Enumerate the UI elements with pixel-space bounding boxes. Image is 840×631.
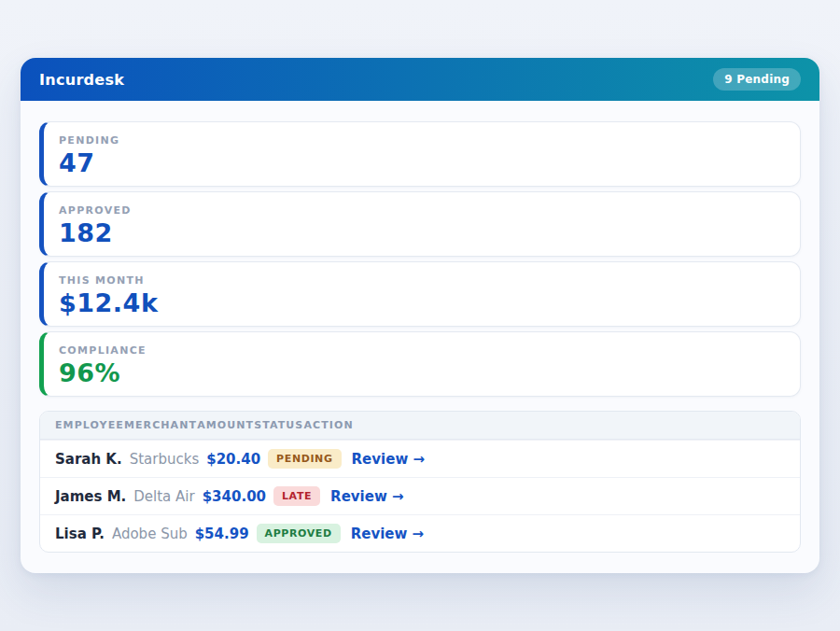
status-badge: PENDING — [268, 449, 341, 469]
table-header-row: EMPLOYEE MERCHANT AMOUNT STATUS ACTION — [40, 412, 800, 440]
app-header: Incurdesk 9 Pending — [21, 58, 819, 101]
column-header-amount: AMOUNT — [197, 419, 254, 431]
merchant-name: Delta Air — [133, 488, 194, 505]
app-body: PENDING 47 APPROVED 182 THIS MONTH $12.4… — [21, 101, 819, 573]
review-link[interactable]: Review → — [330, 488, 403, 505]
merchant-name: Starbucks — [130, 451, 200, 468]
expense-amount: $20.40 — [206, 451, 260, 468]
app-card: Incurdesk 9 Pending PENDING 47 APPROVED … — [21, 58, 819, 573]
stat-value: 96% — [59, 360, 785, 386]
column-header-action: ACTION — [303, 419, 353, 431]
stat-value: 182 — [59, 220, 785, 245]
pending-count-badge: 9 Pending — [713, 68, 801, 91]
stat-label: APPROVED — [59, 204, 785, 217]
stat-card-pending: PENDING 47 — [39, 121, 801, 187]
table-row: Sarah K. Starbucks $20.40 PENDING Review… — [40, 440, 800, 477]
table-row: Lisa P. Adobe Sub $54.99 APPROVED Review… — [40, 514, 800, 552]
employee-name: Lisa P. — [55, 526, 105, 542]
stat-card-approved: APPROVED 182 — [39, 191, 801, 257]
table-row: James M. Delta Air $340.00 LATE Review → — [40, 477, 800, 514]
expense-table: EMPLOYEE MERCHANT AMOUNT STATUS ACTION S… — [39, 411, 801, 553]
expense-amount: $54.99 — [195, 526, 249, 542]
stat-value: 47 — [59, 150, 785, 175]
column-header-employee: EMPLOYEE — [55, 419, 124, 431]
status-badge: LATE — [273, 486, 320, 506]
app-title: Incurdesk — [39, 71, 124, 89]
merchant-name: Adobe Sub — [112, 526, 188, 542]
stat-card-compliance: COMPLIANCE 96% — [39, 331, 801, 397]
review-link[interactable]: Review → — [351, 526, 424, 542]
employee-name: Sarah K. — [55, 451, 122, 468]
status-badge: APPROVED — [257, 524, 341, 543]
stat-label: PENDING — [59, 134, 785, 147]
stat-label: COMPLIANCE — [59, 344, 785, 357]
column-header-merchant: MERCHANT — [124, 419, 197, 431]
stat-value: $12.4k — [59, 290, 785, 316]
employee-name: James M. — [55, 488, 126, 505]
column-header-status: STATUS — [254, 419, 303, 431]
review-link[interactable]: Review → — [352, 451, 425, 468]
stat-card-this-month: THIS MONTH $12.4k — [39, 261, 801, 327]
expense-amount: $340.00 — [203, 488, 266, 505]
stat-label: THIS MONTH — [59, 274, 785, 287]
